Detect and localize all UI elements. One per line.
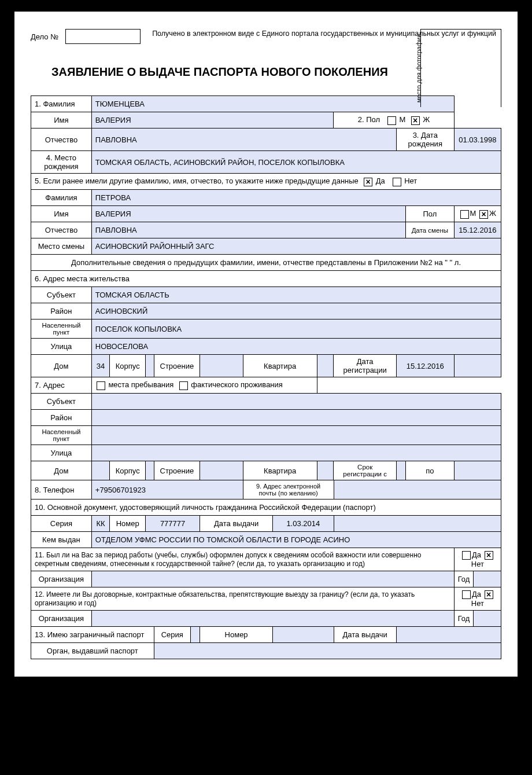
addr-kvartira-label: Квартира: [243, 355, 317, 377]
patronymic-label: Отчество: [31, 128, 92, 151]
addr2-district-value: [91, 410, 501, 426]
addr2-subject-value: [91, 394, 501, 410]
checkbox-male: [387, 116, 396, 125]
phone-label: 8. Телефон: [31, 480, 92, 499]
prev-sex-label: Пол: [406, 206, 455, 222]
change-place-value: АСИНОВСКИЙ РАЙОННЫЙ ЗАГС: [91, 238, 501, 255]
prev-surname-value: ПЕТРОВА: [91, 190, 501, 206]
q12-year-value: [474, 611, 501, 627]
q12-org-value: [91, 611, 454, 627]
addr2-regterm-label: Срок регистрации с: [334, 461, 396, 480]
fp-number-value: [273, 627, 334, 643]
prev-name-label: Имя: [31, 206, 92, 222]
checkbox-q12-yes: [462, 590, 471, 599]
pass-issuedby-label: Кем выдан: [31, 532, 92, 548]
q11-answers: Да ×Нет: [454, 548, 501, 571]
addr2-district-label: Район: [31, 410, 92, 426]
email-value: [334, 480, 501, 499]
addr2-korpus-value: [146, 461, 154, 480]
q11-text: 11. Был ли на Вас за период работы (учеб…: [31, 548, 455, 571]
addr-locality-label: Населенный пункт: [31, 319, 92, 339]
photo-label: место для фотографии: [415, 34, 422, 103]
form-title: ЗАЯВЛЕНИЕ О ВЫДАЧЕ ПАСПОРТА НОВОГО ПОКОЛ…: [31, 64, 409, 79]
addr2-street-label: Улица: [31, 445, 92, 461]
fp-number-label: Номер: [200, 627, 273, 643]
birthplace-label: 4. Место рождения: [31, 151, 92, 174]
addr2-house-value: [91, 461, 110, 480]
prev-sex-cell: М ×Ж: [454, 206, 501, 222]
addr2-header-label: 7. Адрес: [31, 377, 92, 394]
addr-district-value: АСИНОВСКИЙ: [91, 303, 501, 319]
sex-cell: 2. Пол М × Ж: [334, 112, 454, 128]
checkbox-prev-male: [460, 210, 469, 219]
q11-year-value: [474, 571, 501, 587]
checkbox-prevnames-yes: ×: [364, 178, 372, 186]
addr2-stroenie-label: Строение: [154, 461, 200, 480]
patronymic-value: ПАВЛОВНА: [91, 128, 396, 151]
addr2-regterm-to: [454, 461, 501, 480]
pass-issuedate-label: Дата выдачи: [200, 516, 273, 532]
checkbox-stay-place: [97, 381, 105, 390]
checkbox-female: ×: [411, 116, 420, 125]
case-number-box: [65, 29, 141, 44]
addr-stroenie-value: [200, 355, 243, 377]
addr-korpus-label: Корпус: [110, 355, 146, 377]
q11-org-label: Организация: [31, 571, 92, 587]
prev-surname-label: Фамилия: [31, 190, 92, 206]
q13-text: 13. Имею заграничный паспорт: [31, 627, 154, 643]
prev-name-value: ВАЛЕРИЯ: [91, 206, 405, 222]
pass-number-label: Номер: [110, 516, 146, 532]
q12-org-label: Организация: [31, 611, 92, 627]
surname-label: 1. Фамилия: [31, 96, 92, 112]
main-doc-header: 10. Основной документ, удостоверяющий ли…: [31, 499, 501, 516]
q12-text: 12. Имеете ли Вы договорные, контрактные…: [31, 587, 455, 611]
name-value: ВАЛЕРИЯ: [91, 112, 334, 128]
addr-regdate-value: 15.12.2016: [396, 355, 454, 377]
sex-label: 2. Пол: [358, 115, 380, 124]
name-label: Имя: [31, 112, 92, 128]
change-date-value: 15.12.2016: [454, 222, 501, 238]
addr2-type-cell: места пребывания фактического проживания: [91, 377, 317, 394]
checkbox-q11-yes: [462, 551, 471, 560]
pass-series-value: КК: [91, 516, 110, 532]
case-number-label: Дело №: [31, 29, 58, 41]
checkbox-q12-no: ×: [485, 590, 493, 599]
addr2-locality-label: Населенный пункт: [31, 426, 92, 445]
addr2-house-label: Дом: [31, 461, 92, 480]
q12-year-label: Год: [454, 611, 474, 627]
addr2-kvartira-value: [317, 461, 334, 480]
addr-locality-value: ПОСЕЛОК КОПЫЛОВКА: [91, 319, 501, 339]
checkbox-prevnames-no: [393, 178, 401, 186]
pass-issuedate-value: 1.03.2014: [273, 516, 334, 532]
change-date-label: Дата смены: [406, 222, 455, 238]
addr2-kvartira-label: Квартира: [243, 461, 317, 480]
addr2-locality-value: [91, 426, 501, 445]
prev-names-question: 5. Если ранее имели другие фамилию, имя,…: [31, 174, 501, 190]
addr-street-label: Улица: [31, 339, 92, 355]
addr-subject-label: Субъект: [31, 287, 92, 303]
residence-header: 6. Адрес места жительства: [31, 271, 501, 287]
addr-district-label: Район: [31, 303, 92, 319]
fp-series-label: Серия: [154, 627, 190, 643]
addr-subject-value: ТОМСКАЯ ОБЛАСТЬ: [91, 287, 501, 303]
addr2-regterm-from: [396, 461, 405, 480]
prev-patronymic-value: ПАВЛОВНА: [91, 222, 405, 238]
addr-kvartira-value: [317, 355, 334, 377]
addr2-subject-label: Субъект: [31, 394, 92, 410]
fp-series-value: [191, 627, 200, 643]
surname-value: ТЮМЕНЦЕВА: [91, 96, 454, 112]
addr-korpus-value: [146, 355, 154, 377]
addr-street-value: НОВОСЕЛОВА: [91, 339, 501, 355]
change-place-label: Место смены: [31, 238, 92, 255]
fp-issuedby-value: [154, 643, 501, 659]
addr2-korpus-label: Корпус: [110, 461, 146, 480]
additional-info-text: Дополнительные сведения о предыдущих фам…: [31, 255, 501, 271]
form-table: 1. Фамилия ТЮМЕНЦЕВА Имя ВАЛЕРИЯ 2. Пол …: [31, 96, 501, 659]
addr2-stroenie-value: [200, 461, 243, 480]
dob-label: 3. Дата рождения: [396, 128, 454, 151]
checkbox-actual-place: [179, 381, 188, 390]
checkbox-q11-no: ×: [485, 551, 493, 560]
addr-house-value: 34: [91, 355, 110, 377]
fp-issuedby-label: Орган, выдавший паспорт: [31, 643, 154, 659]
checkbox-prev-female: ×: [479, 210, 488, 219]
